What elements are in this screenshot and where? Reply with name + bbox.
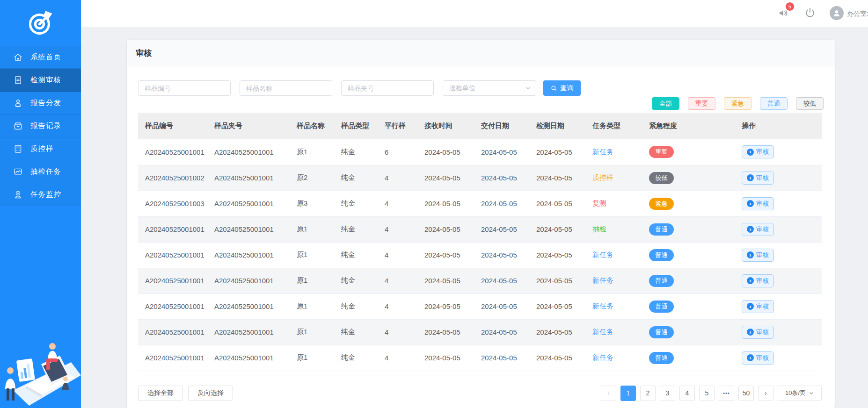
sidebar-item-label: 系统首页 — [30, 52, 61, 62]
sidebar-item-label: 检测审核 — [30, 75, 61, 85]
table-row: A20240525001001A20240525001001原1纯金42024-… — [138, 345, 822, 371]
sidebar-item-sampling-task[interactable]: 抽检任务 — [0, 160, 81, 183]
urgency-badge: 普通 — [649, 249, 674, 261]
review-button[interactable]: ›审核 — [742, 197, 774, 210]
chevron-down-icon — [809, 390, 814, 396]
arrow-right-icon: › — [747, 200, 754, 207]
arrow-right-icon: › — [747, 251, 754, 258]
urgency-badge: 普通 — [649, 223, 674, 236]
cell: 2024-05-05 — [474, 139, 529, 165]
cell-task-type: 新任务 — [585, 345, 642, 371]
sidebar-item-report-dispatch[interactable]: 报告分发 — [0, 92, 81, 115]
cell: 纯金 — [334, 165, 378, 191]
cell: 2024-05-05 — [474, 268, 529, 293]
invert-selection-button[interactable]: 反向选择 — [188, 386, 233, 401]
review-button[interactable]: ›审核 — [742, 249, 774, 262]
user-share-icon — [13, 98, 23, 108]
pagination-page-3[interactable]: 3 — [660, 386, 675, 401]
urgency-badge: 普通 — [649, 352, 674, 364]
sidebar: 系统首页 检测审核 报告分发 报告记录 质控样 — [0, 0, 81, 408]
cell-action: ›审核 — [735, 242, 822, 268]
cell: A20240525001001 — [138, 345, 207, 371]
top-header: 5 办公室:张 — [81, 0, 868, 27]
review-button[interactable]: ›审核 — [742, 172, 774, 185]
pagination-page-4[interactable]: 4 — [679, 386, 695, 401]
table-row: A20240525001003A20240525001001原3纯金42024-… — [138, 191, 822, 216]
table-row: A20240525001001A20240525001001原1纯金42024-… — [138, 242, 822, 268]
query-button[interactable]: 查询 — [543, 80, 581, 96]
cell-action: ›审核 — [735, 165, 822, 191]
review-button[interactable]: ›审核 — [742, 145, 774, 158]
arrow-right-icon: › — [747, 149, 754, 156]
sidebar-item-label: 任务监控 — [30, 190, 61, 200]
review-button[interactable]: ›审核 — [742, 274, 774, 287]
pagination-page-50[interactable]: 50 — [738, 386, 754, 401]
review-button[interactable]: ›审核 — [742, 326, 774, 339]
filter-urgent-button[interactable]: 紧急 — [724, 97, 751, 110]
cell-action: ›审核 — [735, 139, 822, 165]
review-button[interactable]: ›审核 — [742, 223, 774, 236]
cell: 2024-05-05 — [417, 242, 474, 268]
cell: 2024-05-05 — [474, 242, 529, 268]
pagination-next-button[interactable]: › — [758, 386, 773, 401]
pagination-ellipsis[interactable]: ••• — [719, 386, 734, 401]
cell: 4 — [378, 268, 417, 293]
cell: 4 — [378, 216, 417, 242]
cell: 4 — [378, 319, 417, 345]
table-footer: 选择全部 反向选择 ‹12345•••50›10条/页 — [138, 386, 822, 401]
pagination-page-1[interactable]: 1 — [620, 386, 636, 401]
select-all-button[interactable]: 选择全部 — [138, 386, 183, 401]
sidebar-item-label: 报告分发 — [30, 98, 61, 108]
cell: 纯金 — [334, 293, 378, 319]
sidebar-item-home[interactable]: 系统首页 — [0, 46, 81, 69]
logout-power-icon[interactable] — [804, 7, 816, 18]
user-avatar[interactable] — [830, 6, 844, 20]
cell: 原1 — [290, 293, 334, 319]
filter-important-button[interactable]: 重要 — [688, 97, 715, 110]
pagination-page-5[interactable]: 5 — [699, 386, 715, 401]
cell: 4 — [378, 293, 417, 319]
filter-all-button[interactable]: 全部 — [652, 97, 679, 110]
cell-task-type: 新任务 — [585, 268, 642, 293]
cell-task-type: 新任务 — [585, 139, 642, 165]
cell-urgency: 普通 — [642, 345, 735, 371]
filter-low-button[interactable]: 较低 — [796, 97, 824, 110]
review-button[interactable]: ›审核 — [742, 300, 774, 313]
cell: 6 — [378, 139, 417, 165]
review-button-label: 审核 — [756, 148, 769, 156]
cell: 2024-05-05 — [474, 319, 529, 345]
cell: 原1 — [290, 345, 334, 371]
cell: 2024-05-05 — [529, 242, 585, 268]
sample-no-input[interactable] — [138, 80, 231, 96]
page-size-select[interactable]: 10条/页 — [778, 386, 822, 401]
sample-name-input[interactable] — [240, 80, 332, 96]
cell: A20240525001001 — [207, 165, 290, 191]
search-bar: 送检单位 查询 — [138, 80, 824, 96]
review-button[interactable]: ›审核 — [742, 351, 774, 365]
sidebar-item-qc-sample[interactable]: 质控样 — [0, 137, 81, 160]
arrow-right-icon: › — [747, 329, 754, 336]
cell-action: ›审核 — [735, 293, 822, 319]
cell: 2024-05-05 — [417, 319, 474, 345]
table-row: A20240525001001A20240525001001原1纯金42024-… — [138, 216, 822, 242]
cell: 纯金 — [334, 191, 378, 216]
cell-action: ›审核 — [735, 268, 822, 293]
pagination-prev-button[interactable]: ‹ — [601, 386, 616, 401]
sidebar-item-review[interactable]: 检测审核 — [0, 69, 81, 92]
cell-urgency: 普通 — [642, 293, 735, 319]
sample-folder-input[interactable] — [341, 80, 434, 96]
review-button-label: 审核 — [756, 225, 769, 234]
cell: 原1 — [290, 216, 334, 242]
filter-normal-button[interactable]: 普通 — [760, 97, 788, 110]
sending-unit-select[interactable]: 送检单位 — [443, 80, 536, 96]
app-logo — [0, 0, 81, 46]
cell: 2024-05-05 — [474, 216, 529, 242]
review-button-label: 审核 — [756, 328, 769, 336]
cell-urgency: 普通 — [642, 242, 735, 268]
sidebar-item-report-records[interactable]: 报告记录 — [0, 115, 81, 137]
table-row: A20240525001001A20240525001001原1纯金62024-… — [138, 139, 822, 165]
pagination-page-2[interactable]: 2 — [640, 386, 656, 401]
sidebar-item-task-monitor[interactable]: 任务监控 — [0, 183, 81, 206]
cell-task-type: 新任务 — [585, 319, 642, 345]
line-chart-icon — [13, 167, 23, 177]
